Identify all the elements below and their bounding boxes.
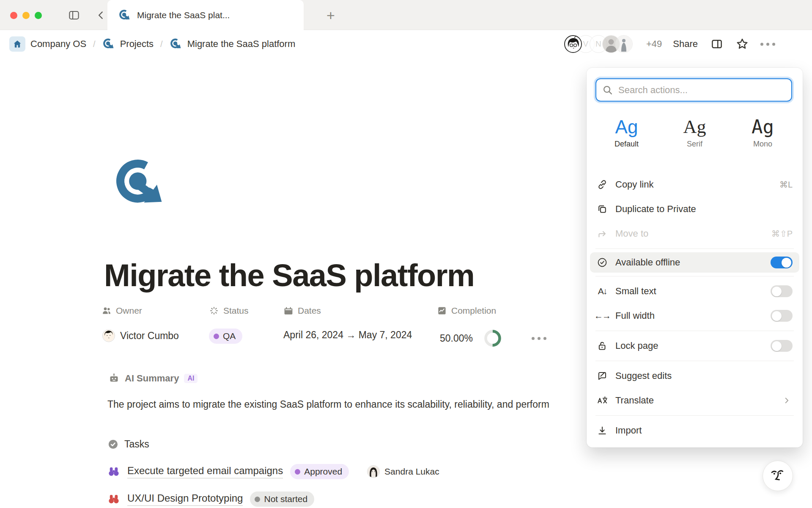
- menu-item-translate[interactable]: Translate: [587, 388, 803, 413]
- menu-item-import[interactable]: Import: [587, 418, 803, 443]
- font-label: Serif: [687, 140, 702, 149]
- back-button[interactable]: [94, 8, 108, 22]
- menu-item-move-to[interactable]: Move to ⌘⇧P: [587, 221, 803, 246]
- status-spinner-icon: [209, 306, 219, 316]
- tab-title: Migrate the SaaS plat...: [137, 10, 230, 20]
- tasks-check-icon: [107, 439, 119, 450]
- small-text-icon: A↓: [596, 285, 608, 297]
- avatar: [615, 35, 633, 53]
- owner-property-label[interactable]: Owner: [102, 306, 142, 316]
- font-option-default[interactable]: Ag Default: [593, 113, 661, 153]
- side-peek-icon[interactable]: [709, 36, 725, 52]
- full-width-icon: ←→: [596, 310, 608, 322]
- task-status-pill[interactable]: Not started: [250, 491, 314, 507]
- font-option-serif[interactable]: Ag Serif: [661, 113, 729, 153]
- font-option-mono[interactable]: Ag Mono: [729, 113, 797, 153]
- owner-value[interactable]: Victor Cumbo: [102, 329, 179, 342]
- status-value[interactable]: QA: [209, 329, 242, 344]
- toggle-sidebar-icon[interactable]: [67, 8, 81, 22]
- collaborator-avatars[interactable]: V N: [564, 35, 633, 53]
- completion-property-label[interactable]: Completion: [437, 306, 496, 316]
- status-pill: QA: [209, 329, 242, 344]
- menu-divider: [595, 276, 794, 276]
- new-tab-button[interactable]: +: [322, 7, 339, 24]
- status-dot-icon: [214, 334, 219, 339]
- menu-item-label: Suggest edits: [615, 370, 785, 381]
- page-icon[interactable]: [112, 156, 168, 212]
- breadcrumb-separator: /: [159, 39, 165, 49]
- completion-value[interactable]: 50.00%: [440, 329, 502, 347]
- page-cycle-icon: [170, 38, 182, 50]
- breadcrumb: Company OS / Projects /: [9, 35, 295, 53]
- menu-divider: [595, 248, 794, 249]
- actions-search[interactable]: [595, 78, 792, 102]
- page-title: Migrate the SaaS platform: [104, 257, 474, 293]
- favorite-star-icon[interactable]: [734, 36, 750, 52]
- breadcrumb-item-company-os[interactable]: Company OS: [30, 39, 86, 50]
- more-options-icon[interactable]: [760, 36, 776, 52]
- menu-item-label: Small text: [615, 286, 763, 297]
- menu-item-full-width[interactable]: ←→ Full width: [587, 304, 803, 328]
- task-assignee[interactable]: Sandra Lukac: [367, 465, 439, 478]
- menu-item-label: Duplicate to Private: [615, 204, 785, 215]
- import-download-icon: [596, 425, 608, 436]
- font-sample: Ag: [683, 117, 706, 137]
- menu-item-duplicate-to-private[interactable]: Duplicate to Private: [587, 197, 803, 221]
- menu-item-available-offline[interactable]: Available offline: [590, 252, 799, 273]
- search-input[interactable]: [618, 85, 785, 96]
- font-label: Mono: [753, 140, 772, 149]
- ai-badge: AI: [184, 374, 198, 383]
- unlock-icon: [596, 340, 608, 352]
- ai-face-icon: [768, 467, 787, 485]
- robot-icon: [108, 373, 120, 384]
- close-window-button[interactable]: [10, 12, 17, 19]
- people-icon: [102, 306, 112, 316]
- collaborator-overflow-count[interactable]: +49: [646, 39, 662, 50]
- menu-item-small-text[interactable]: A↓ Small text: [587, 279, 803, 304]
- menu-item-copy-link[interactable]: Copy link ⌘L: [587, 172, 803, 197]
- dates-property-label[interactable]: Dates: [283, 306, 321, 316]
- lock-page-toggle[interactable]: [771, 340, 793, 352]
- property-more-icon[interactable]: [532, 337, 546, 340]
- available-offline-toggle[interactable]: [771, 257, 793, 268]
- menu-item-label: Translate: [615, 395, 774, 406]
- tasks-title: Tasks: [124, 439, 149, 450]
- menu-item-label: Lock page: [615, 340, 763, 351]
- task-link[interactable]: UX/UI Design Prototyping: [127, 492, 243, 506]
- keyboard-shortcut: ⌘⇧P: [771, 229, 793, 239]
- page-actions-menu: Ag Default Ag Serif Ag Mono Copy link ⌘L: [587, 68, 803, 447]
- toolbar: Company OS / Projects /: [0, 30, 812, 58]
- active-tab[interactable]: Migrate the SaaS plat...: [107, 0, 304, 30]
- full-width-toggle[interactable]: [771, 310, 793, 322]
- status-dot-icon: [295, 469, 300, 475]
- menu-item-label: Move to: [615, 228, 764, 239]
- completion-ring-icon: [484, 329, 502, 347]
- zoom-window-button[interactable]: [35, 12, 42, 19]
- menu-item-suggest-edits[interactable]: Suggest edits: [587, 364, 803, 388]
- projects-icon: [102, 38, 115, 50]
- menu-item-label: Full width: [615, 310, 763, 321]
- avatar: [564, 35, 582, 53]
- ai-summary-text: The project aims to migrate the existing…: [107, 399, 549, 410]
- breadcrumb-item-projects[interactable]: Projects: [120, 39, 154, 50]
- small-text-toggle[interactable]: [771, 285, 793, 297]
- menu-item-label: Copy link: [615, 179, 772, 190]
- link-icon: [596, 179, 608, 190]
- menu-item-lock-page[interactable]: Lock page: [587, 334, 803, 358]
- breadcrumb-item-current-page[interactable]: Migrate the SaaS platform: [187, 39, 296, 50]
- dates-value[interactable]: April 26, 2024 → May 7, 2024: [283, 329, 412, 341]
- binoculars-icon: [107, 465, 120, 478]
- duplicate-icon: [596, 203, 608, 215]
- task-status-pill[interactable]: Approved: [290, 464, 349, 479]
- status-property-label[interactable]: Status: [209, 306, 249, 316]
- notion-ai-button[interactable]: [763, 461, 793, 491]
- chevron-right-icon: [781, 395, 793, 406]
- menu-divider: [595, 331, 794, 331]
- home-icon[interactable]: [9, 36, 25, 52]
- share-button[interactable]: Share: [671, 39, 700, 50]
- minimize-window-button[interactable]: [22, 12, 30, 19]
- chart-icon: [437, 306, 447, 316]
- task-link[interactable]: Execute targeted email campaigns: [127, 465, 283, 478]
- menu-divider: [595, 415, 794, 416]
- menu-item-label: Available offline: [615, 257, 763, 268]
